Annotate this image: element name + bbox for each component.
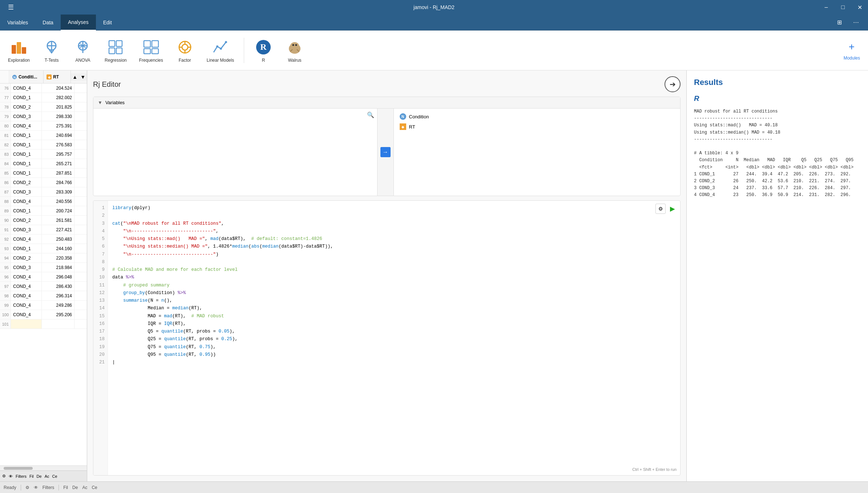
- row-number: 82: [0, 140, 11, 149]
- eye-icon[interactable]: 👁: [9, 474, 13, 478]
- scroll-up-button[interactable]: ▲: [71, 73, 79, 81]
- filter-icon[interactable]: ⚙: [2, 474, 6, 478]
- table-row: 85 COND_1 287.851: [0, 168, 87, 178]
- menu-edit[interactable]: Edit: [96, 15, 119, 30]
- frequencies-label: Frequencies: [139, 58, 163, 63]
- ready-label: Ready: [4, 485, 16, 490]
- data-scroll[interactable]: 76 COND_4 204.524 77 COND_1 282.002 78 C…: [0, 83, 87, 465]
- empty-row[interactable]: 101: [0, 319, 87, 329]
- toolbar-walrus[interactable]: Walrus: [281, 36, 308, 64]
- variable-item-rt[interactable]: ◆ RT: [397, 122, 678, 132]
- variables-header[interactable]: ▼ Variables: [93, 97, 680, 109]
- hamburger-icon[interactable]: ☰: [4, 3, 18, 11]
- window-title: jamovi - Rj_MAD2: [413, 4, 455, 10]
- cell-condition: COND_2: [11, 102, 42, 111]
- svg-point-31: [290, 42, 299, 49]
- editor-panel: Rj Editor ➔ ▼ Variables 🔍 →: [87, 70, 686, 481]
- minimize-button[interactable]: –: [818, 0, 835, 15]
- svg-rect-11: [109, 41, 115, 46]
- close-button[interactable]: ✕: [851, 0, 868, 15]
- cell-condition-empty[interactable]: [11, 319, 42, 329]
- regression-icon: [106, 38, 125, 57]
- scroll-down-button[interactable]: ▼: [79, 73, 87, 81]
- cell-rt: 275.391: [42, 121, 74, 130]
- table-row: 98 COND_4 296.314: [0, 291, 87, 301]
- run-code-button[interactable]: ▶: [668, 204, 677, 214]
- line-numbers: 123456789101112131415161718192021: [93, 201, 108, 475]
- cell-rt: 295.757: [42, 150, 74, 159]
- variable-item-condition[interactable]: N Condition: [397, 111, 678, 122]
- cell-condition: COND_4: [11, 235, 42, 244]
- row-number: 95: [0, 263, 11, 272]
- col-header-rt: ◆ RT: [44, 70, 71, 83]
- maximize-button[interactable]: □: [835, 0, 851, 15]
- cell-condition: COND_2: [11, 253, 42, 262]
- cell-rt: 249.286: [42, 301, 74, 310]
- cell-condition: COND_2: [11, 178, 42, 187]
- search-icon[interactable]: 🔍: [367, 111, 374, 118]
- toolbar-r[interactable]: R R: [250, 36, 277, 64]
- row-number: 100: [0, 310, 11, 319]
- row-number: 88: [0, 197, 11, 206]
- svg-point-27: [225, 41, 227, 43]
- frequencies-icon: [142, 38, 161, 57]
- menu-bar-right: ⊞ ⋯: [831, 15, 868, 30]
- menu-analyses[interactable]: Analyses: [61, 15, 96, 30]
- horizontal-scrollbar[interactable]: [0, 465, 87, 470]
- cell-rt: 220.358: [42, 253, 74, 262]
- add-variable-button[interactable]: →: [380, 147, 391, 157]
- menu-extra-button[interactable]: ⋯: [848, 15, 864, 30]
- toolbar-factor[interactable]: Factor: [171, 36, 199, 64]
- table-row: 81 COND_1 240.694: [0, 131, 87, 140]
- rj-editor-header: Rj Editor ➔: [93, 76, 681, 92]
- cell-condition: COND_1: [11, 150, 42, 159]
- toolbar-ttests[interactable]: T-Tests: [38, 36, 65, 64]
- menu-variables[interactable]: Variables: [0, 15, 35, 30]
- menu-data[interactable]: Data: [35, 15, 61, 30]
- row-number: 85: [0, 168, 11, 178]
- toolbar-modules[interactable]: + Modules: [839, 38, 864, 62]
- code-toolbar: ⚙ ▶: [655, 204, 677, 214]
- svg-rect-17: [144, 49, 150, 54]
- settings-button[interactable]: ⚙: [655, 204, 666, 214]
- cell-condition: COND_2: [11, 216, 42, 225]
- results-panel: Results R MAD robust for all RT conditio…: [686, 70, 868, 481]
- cell-rt: 244.160: [42, 244, 74, 253]
- row-number: 96: [0, 272, 11, 281]
- filter-icon-status[interactable]: ⚙: [25, 485, 29, 490]
- table-row: 95 COND_3 218.984: [0, 263, 87, 272]
- continuous-icon: ◆: [400, 123, 406, 130]
- regression-label: Regression: [105, 58, 127, 63]
- toolbar-exploration[interactable]: Exploration: [4, 36, 34, 64]
- toolbar-regression[interactable]: Regression: [100, 36, 131, 64]
- variables-selected: N Condition ◆ RT: [394, 109, 681, 196]
- code-editor[interactable]: ⚙ ▶ 123456789101112131415161718192021 li…: [93, 200, 681, 476]
- svg-rect-12: [116, 41, 122, 46]
- col-condition-label: Conditi...: [19, 74, 37, 80]
- status-filters: Filters: [43, 485, 54, 490]
- table-row: 80 COND_4 275.391: [0, 121, 87, 131]
- svg-point-25: [216, 45, 218, 48]
- panel-toggle-button[interactable]: ⊞: [831, 15, 848, 30]
- table-row: 83 COND_1 295.757: [0, 150, 87, 159]
- eye-icon-status[interactable]: 👁: [34, 485, 38, 490]
- run-arrow-button[interactable]: ➔: [665, 76, 681, 92]
- cell-rt: 276.583: [42, 140, 74, 149]
- status-divider-1: [21, 485, 21, 490]
- toolbar-anova[interactable]: ANOVA: [69, 36, 97, 64]
- main-layout: N Conditi... ◆ RT ▲ ▼ 76 COND_4 204.524 …: [0, 70, 868, 481]
- table-row: 92 COND_4 250.483: [0, 235, 87, 244]
- factor-label: Factor: [179, 58, 191, 63]
- cell-rt: 296.314: [42, 291, 74, 300]
- table-row: 94 COND_2 220.358: [0, 253, 87, 263]
- row-num-header: [0, 70, 9, 83]
- cell-rt: 296.048: [42, 272, 74, 281]
- code-text[interactable]: library(dplyr) cat("\nMAD robust for all…: [108, 201, 680, 475]
- toolbar-frequencies[interactable]: Frequencies: [135, 36, 167, 64]
- toolbar-divider: [244, 38, 244, 63]
- cell-rt-empty: [42, 319, 74, 329]
- table-row: 77 COND_1 282.002: [0, 93, 87, 102]
- row-number: 97: [0, 282, 11, 291]
- toolbar-linearmodels[interactable]: Linear Models: [202, 36, 238, 64]
- cell-rt: 240.556: [42, 197, 74, 206]
